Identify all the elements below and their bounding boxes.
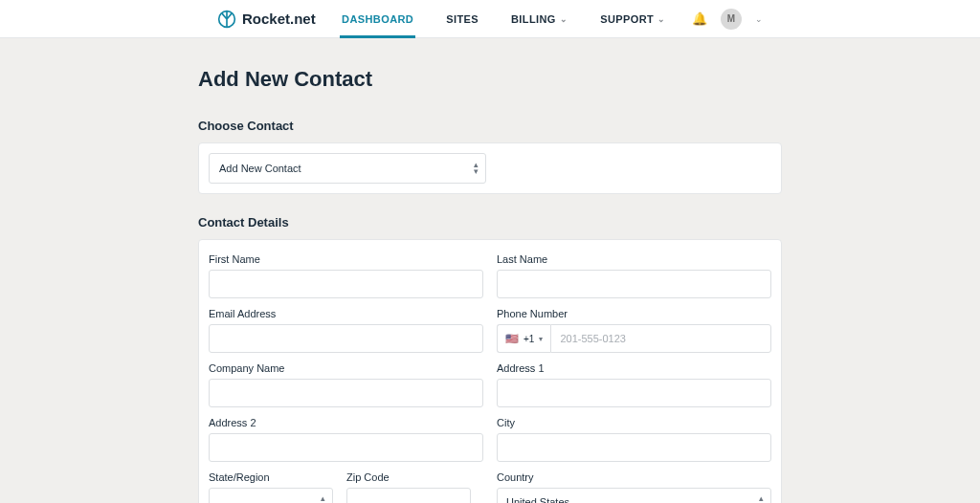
choose-contact-select-wrap: Add New Contact ▴▾	[209, 153, 486, 184]
avatar[interactable]: M	[721, 9, 742, 30]
last-name-input[interactable]	[497, 270, 771, 298]
city-input[interactable]	[497, 433, 771, 462]
nav: DASHBOARD SITES BILLING⌄ SUPPORT⌄	[340, 0, 668, 38]
choose-contact-card: Add New Contact ▴▾	[198, 142, 782, 194]
chevron-down-icon: ⌄	[560, 14, 568, 24]
brand-text: Rocket.net	[242, 11, 316, 27]
flag-icon: 🇺🇸	[505, 333, 519, 345]
logo[interactable]: Rocket.net	[217, 10, 316, 29]
bell-icon[interactable]: 🔔	[692, 11, 707, 26]
email-label: Email Address	[209, 308, 483, 319]
choose-contact-title: Choose Contact	[198, 119, 782, 133]
nav-support[interactable]: SUPPORT⌄	[598, 0, 667, 38]
address1-label: Address 1	[497, 362, 771, 374]
phone-label: Phone Number	[497, 308, 771, 319]
email-input[interactable]	[209, 324, 483, 353]
phone-group: 🇺🇸 +1 ▾	[497, 324, 771, 353]
city-label: City	[497, 417, 771, 428]
country-select[interactable]: United States	[497, 488, 771, 503]
address1-input[interactable]	[497, 379, 771, 407]
address2-label: Address 2	[209, 417, 483, 428]
zip-input[interactable]	[346, 488, 471, 503]
company-label: Company Name	[209, 362, 483, 374]
address2-input[interactable]	[209, 433, 483, 462]
choose-contact-select[interactable]: Add New Contact	[209, 153, 486, 184]
header-right: 🔔 M ⌄	[692, 9, 763, 30]
phone-input[interactable]	[550, 324, 771, 353]
nav-billing[interactable]: BILLING⌄	[509, 0, 569, 38]
contact-details-card: First Name Last Name Email Address Phone…	[198, 239, 782, 503]
page-title: Add New Contact	[198, 67, 782, 92]
state-label: State/Region	[209, 471, 333, 483]
nav-sites[interactable]: SITES	[444, 0, 480, 38]
contact-details-title: Contact Details	[198, 215, 782, 230]
phone-country-selector[interactable]: 🇺🇸 +1 ▾	[497, 324, 550, 353]
chevron-down-icon[interactable]: ⌄	[755, 14, 763, 24]
last-name-label: Last Name	[497, 253, 771, 265]
header-inner: Rocket.net DASHBOARD SITES BILLING⌄ SUPP…	[19, 0, 961, 38]
first-name-input[interactable]	[209, 270, 483, 298]
zip-label: Zip Code	[346, 471, 471, 483]
logo-icon	[217, 10, 236, 29]
state-select[interactable]: —	[209, 488, 333, 503]
nav-dashboard[interactable]: DASHBOARD	[340, 0, 415, 38]
main-content: Add New Contact Choose Contact Add New C…	[198, 38, 782, 503]
chevron-down-icon: ▾	[539, 335, 543, 343]
country-label: Country	[497, 471, 771, 483]
company-input[interactable]	[209, 379, 483, 407]
chevron-down-icon: ⌄	[657, 14, 665, 24]
header: Rocket.net DASHBOARD SITES BILLING⌄ SUPP…	[0, 0, 980, 38]
first-name-label: First Name	[209, 253, 483, 265]
